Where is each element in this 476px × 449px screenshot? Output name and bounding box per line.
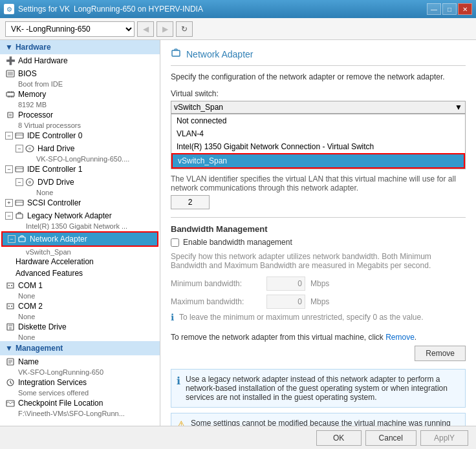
refresh-button[interactable]: ↻ (176, 21, 193, 37)
dropdown-list: Not connected VLAN-4 Intel(R) 1350 Gigab… (171, 114, 466, 169)
toolbar: VK- -LongRunning-650 ◀ ▶ ↻ (0, 18, 476, 40)
forward-button[interactable]: ▶ (157, 21, 173, 37)
remove-button[interactable]: Remove (415, 346, 466, 361)
enable-bandwidth-checkbox[interactable] (171, 238, 179, 247)
close-button[interactable]: ✕ (458, 3, 472, 15)
right-panel: Network Adapter Specify the configuratio… (160, 40, 476, 426)
svg-line-46 (10, 382, 12, 384)
sidebar-item-checkpoint[interactable]: Checkpoint File Location (0, 397, 160, 410)
vlan-description: The VLAN identifier specifies the virtua… (171, 174, 466, 193)
hard-drive-expand-icon[interactable]: − (16, 145, 23, 152)
max-bandwidth-input (266, 295, 305, 309)
sidebar-item-advanced-features[interactable]: Advanced Features (0, 267, 160, 279)
svg-rect-5 (11, 91, 12, 93)
remove-link: Remove (385, 333, 415, 342)
svg-point-33 (11, 285, 12, 286)
name-icon (5, 357, 16, 367)
sidebar-item-ide0[interactable]: − IDE Controller 0 (0, 129, 160, 142)
title-bar: ⚙ Settings for VK LongRunning-650 on HYP… (0, 0, 476, 18)
dvd-expand-icon[interactable]: − (16, 178, 23, 186)
svg-point-19 (27, 179, 34, 186)
maximize-button[interactable]: □ (442, 3, 457, 15)
processor-icon (5, 110, 16, 120)
svg-rect-39 (9, 327, 12, 329)
svg-rect-48 (172, 50, 180, 56)
dropdown-option-vlan4[interactable]: VLAN-4 (171, 127, 465, 140)
management-arrow-icon: ▼ (5, 344, 13, 353)
ok-button[interactable]: OK (316, 430, 362, 446)
svg-rect-10 (13, 96, 14, 98)
sidebar-item-dvd[interactable]: − DVD Drive (0, 176, 160, 189)
sidebar-item-com2[interactable]: COM 2 (0, 300, 160, 313)
integration-icon (5, 377, 16, 388)
zero-note: ℹ To leave the minimum or maximum unrest… (171, 313, 466, 322)
min-bandwidth-input (266, 277, 305, 291)
diskette-icon (5, 322, 16, 332)
management-section-header[interactable]: ▼ Management (0, 341, 160, 355)
warning-alert-box: ⚠ Some settings cannot be modified becau… (171, 413, 466, 426)
bios-sublabel: Boot from IDE (0, 80, 160, 88)
bandwidth-description: Specify how this network adapter utilize… (171, 252, 466, 270)
vlan-input[interactable] (171, 195, 210, 209)
back-button[interactable]: ◀ (137, 21, 154, 37)
info-alert-text: Use a legacy network adapter instead of … (186, 375, 460, 402)
sidebar-item-bios[interactable]: BIOS (0, 67, 160, 80)
sidebar-item-integration[interactable]: Integration Services (0, 376, 160, 389)
ide1-icon (14, 164, 25, 174)
minimize-button[interactable]: — (427, 3, 441, 15)
dvd-sublabel: None (0, 189, 160, 196)
ide1-expand-icon[interactable]: − (5, 165, 13, 173)
panel-description: Specify the configuration of the network… (171, 72, 466, 81)
app-icon: ⚙ (4, 4, 14, 14)
apply-button[interactable]: ApplY (420, 430, 468, 446)
sidebar-item-add-hardware[interactable]: ➕ Add Hardware (0, 54, 160, 67)
hard-drive-icon (25, 143, 35, 154)
dropdown-option-vswitch-span[interactable]: vSwitch_Span (171, 153, 465, 169)
svg-point-16 (28, 147, 31, 150)
svg-rect-4 (10, 91, 10, 93)
dropdown-option-not-connected[interactable]: Not connected (171, 114, 465, 127)
hardware-arrow-icon: ▼ (5, 43, 13, 52)
sidebar-item-hard-drive[interactable]: − Hard Drive (0, 142, 160, 155)
svg-rect-9 (11, 96, 12, 98)
svg-marker-34 (7, 304, 14, 309)
bios-icon (5, 68, 16, 79)
enable-bandwidth-row: Enable bandwidth management (171, 238, 466, 247)
network-expand-icon[interactable]: − (8, 235, 16, 243)
hardware-section-header[interactable]: ▼ Hardware (0, 40, 160, 54)
dropdown-option-intel-virtual[interactable]: Intel(R) 1350 Gigabit Network Connection… (171, 140, 465, 153)
svg-rect-12 (9, 114, 12, 116)
scsi-expand-icon[interactable]: + (5, 199, 13, 207)
legacy-expand-icon[interactable]: − (5, 212, 13, 220)
vm-select[interactable]: VK- -LongRunning-650 (5, 21, 135, 37)
sidebar-item-scsi[interactable]: + SCSI Controller (0, 196, 160, 209)
sidebar-item-hardware-accel[interactable]: Hardware Acceleration (0, 256, 160, 267)
info-alert-icon: ℹ (177, 375, 180, 387)
sidebar-item-legacy-network[interactable]: − Legacy Network Adapter (0, 209, 160, 222)
sidebar-item-network-adapter[interactable]: − Network Adapter (1, 231, 158, 247)
sidebar-item-memory[interactable]: Memory (0, 88, 160, 101)
svg-point-20 (29, 182, 31, 183)
sidebar-item-diskette[interactable]: Diskette Drive (0, 320, 160, 333)
cancel-button[interactable]: Cancel (365, 430, 416, 446)
com2-icon (5, 301, 16, 311)
virtual-switch-dropdown[interactable]: vSwitch_Span ▼ (171, 101, 466, 114)
min-bandwidth-row: Minimum bandwidth: Mbps (171, 277, 466, 291)
left-panel: ▼ Hardware ➕ Add Hardware BIOS Boot from… (0, 40, 160, 426)
warning-alert-text: Some settings cannot be modified because… (191, 419, 460, 426)
title-left: Settings for VK (18, 5, 70, 14)
scsi-icon (14, 198, 25, 208)
integration-sublabel: Some services offered (0, 389, 160, 397)
bottom-bar: OK Cancel ApplY (0, 426, 476, 449)
memory-icon (5, 89, 16, 99)
svg-marker-31 (7, 283, 14, 288)
sidebar-item-name[interactable]: Name (0, 355, 160, 368)
ide0-expand-icon[interactable]: − (5, 132, 13, 140)
dvd-icon (25, 177, 35, 187)
remove-row: Remove (171, 346, 466, 361)
sidebar-item-com1[interactable]: COM 1 (0, 279, 160, 292)
min-bandwidth-unit: Mbps (310, 279, 329, 288)
network-adapter-vswitch-sublabel: vSwitch_Span (0, 248, 160, 256)
sidebar-item-processor[interactable]: Processor (0, 109, 160, 121)
sidebar-item-ide1[interactable]: − IDE Controller 1 (0, 163, 160, 176)
